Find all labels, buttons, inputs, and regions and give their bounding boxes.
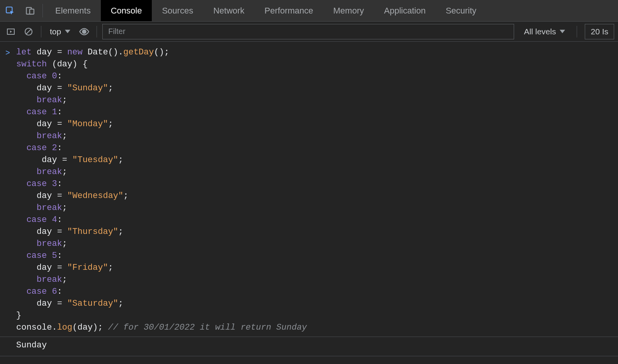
console-toolbar: top All levels 20 Is [0,22,618,42]
levels-label: All levels [524,27,556,36]
tab-label: Network [213,6,244,16]
tab-label: Elements [55,6,91,16]
tab-label: Security [446,6,476,16]
device-toolbar-icon[interactable] [20,0,40,21]
log-level-selector[interactable]: All levels [518,27,572,36]
tab-performance[interactable]: Performance [255,0,323,21]
code-block: let day = new Date().getDay(); switch (d… [16,46,307,334]
chevron-down-icon [560,30,565,33]
svg-rect-2 [30,9,34,14]
tab-security[interactable]: Security [436,0,486,21]
divider [41,26,41,37]
prompt-marker: > [5,46,16,59]
clear-console-icon[interactable] [22,25,36,39]
row-separator [0,356,618,356]
tab-label: Console [111,6,142,16]
console-input-entry[interactable]: > let day = new Date().getDay(); switch … [0,46,618,334]
console-output-entry: Sunday [0,337,618,354]
svg-point-6 [82,29,87,34]
filter-container [102,24,514,39]
issues-button[interactable]: 20 Is [585,24,614,39]
filter-input[interactable] [102,24,514,39]
live-expression-icon[interactable] [77,25,91,39]
devtools-tabbar: Elements Console Sources Network Perform… [0,0,618,22]
output-gutter [5,339,16,352]
tab-network[interactable]: Network [203,0,255,21]
toggle-sidebar-icon[interactable] [4,25,18,39]
divider [97,26,97,37]
divider [42,4,43,17]
divider [577,26,577,37]
console-output: Sunday [16,339,47,351]
tab-label: Memory [333,6,364,16]
execution-context-selector[interactable]: top [47,27,73,36]
tab-elements[interactable]: Elements [45,0,101,21]
console-body: > let day = new Date().getDay(); switch … [0,42,618,356]
issues-label: 20 Is [591,27,608,36]
tab-label: Application [384,6,426,16]
tab-sources[interactable]: Sources [152,0,203,21]
svg-line-5 [26,29,31,34]
panel-tabs: Elements Console Sources Network Perform… [45,0,486,21]
context-label: top [50,27,61,36]
tab-label: Sources [162,6,193,16]
tab-label: Performance [265,6,313,16]
tab-memory[interactable]: Memory [323,0,374,21]
tab-application[interactable]: Application [374,0,436,21]
inspect-element-icon[interactable] [0,0,20,21]
tab-console[interactable]: Console [101,0,152,21]
chevron-down-icon [65,30,70,33]
